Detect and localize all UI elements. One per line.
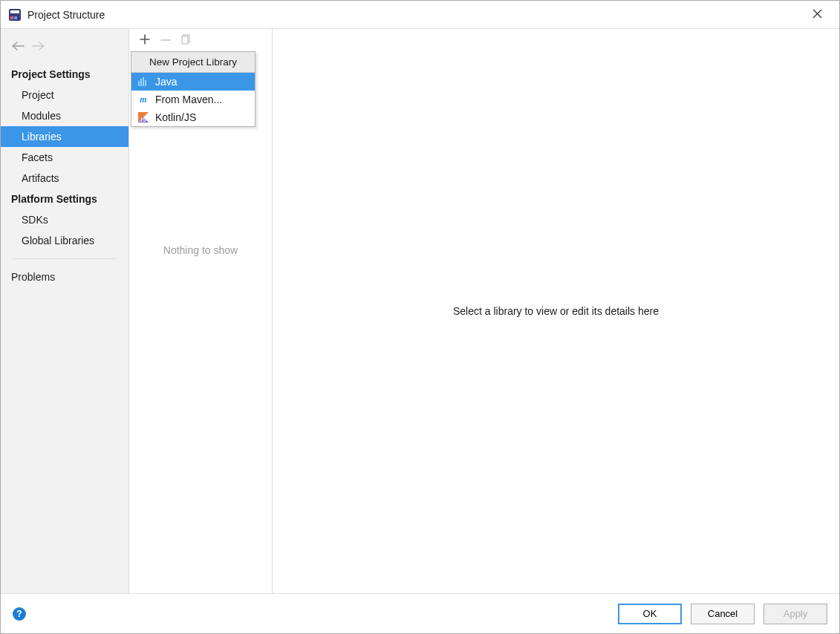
svg-rect-6	[138, 81, 140, 86]
add-icon[interactable]	[140, 33, 150, 47]
sidebar-item-libraries[interactable]: Libraries	[1, 126, 128, 147]
svg-rect-2	[10, 16, 13, 19]
popup-item-label: Java	[155, 76, 178, 88]
svg-rect-1	[10, 10, 19, 13]
ok-button[interactable]: OK	[618, 604, 682, 624]
sidebar-item-global-libraries[interactable]: Global Libraries	[1, 230, 128, 251]
copy-icon	[181, 34, 192, 47]
help-icon[interactable]: ?	[13, 607, 26, 621]
sidebar-item-sdks[interactable]: SDKs	[1, 209, 128, 230]
sidebar-item-project[interactable]: Project	[1, 85, 128, 105]
detail-panel: Select a library to view or edit its det…	[273, 29, 839, 593]
library-list-panel: New Project Library Java m From Maven...	[129, 29, 273, 593]
svg-rect-9	[145, 80, 146, 86]
nav-arrows	[1, 33, 128, 64]
remove-icon	[160, 33, 171, 48]
forward-icon[interactable]	[32, 39, 45, 55]
new-library-popup: New Project Library Java m From Maven...	[131, 51, 255, 127]
svg-rect-8	[143, 77, 144, 86]
divider	[13, 258, 117, 259]
app-icon	[8, 8, 22, 22]
main-content: Project Settings Project Modules Librari…	[1, 29, 839, 593]
cancel-button[interactable]: Cancel	[691, 604, 755, 624]
apply-button: Apply	[764, 604, 827, 624]
sidebar-item-artifacts[interactable]: Artifacts	[1, 168, 128, 189]
popup-item-maven[interactable]: m From Maven...	[131, 91, 255, 108]
window-title: Project Structure	[27, 9, 105, 21]
popup-item-java[interactable]: Java	[131, 73, 255, 91]
popup-header: New Project Library	[131, 52, 255, 73]
detail-placeholder: Select a library to view or edit its det…	[453, 305, 659, 317]
svg-rect-5	[182, 36, 188, 44]
java-bars-icon	[137, 76, 149, 88]
titlebar: Project Structure	[1, 1, 839, 29]
popup-item-label: From Maven...	[155, 94, 222, 105]
popup-item-kotlinjs[interactable]: JS Kotlin/JS	[131, 108, 255, 126]
platform-settings-header: Platform Settings	[1, 189, 128, 209]
back-icon[interactable]	[11, 39, 25, 55]
sidebar-item-problems[interactable]: Problems	[1, 267, 128, 287]
svg-text:JS: JS	[140, 117, 146, 122]
list-toolbar	[129, 29, 272, 51]
sidebar-item-facets[interactable]: Facets	[1, 147, 128, 168]
sidebar-item-modules[interactable]: Modules	[1, 105, 128, 126]
close-icon[interactable]	[802, 8, 832, 22]
kotlin-icon: JS	[137, 111, 149, 123]
svg-rect-3	[14, 16, 17, 19]
svg-rect-7	[140, 79, 142, 86]
project-settings-header: Project Settings	[1, 64, 128, 85]
popup-item-label: Kotlin/JS	[155, 111, 196, 123]
maven-m-icon: m	[137, 94, 149, 105]
sidebar: Project Settings Project Modules Librari…	[1, 29, 129, 593]
dialog-footer: ? OK Cancel Apply	[1, 593, 839, 633]
